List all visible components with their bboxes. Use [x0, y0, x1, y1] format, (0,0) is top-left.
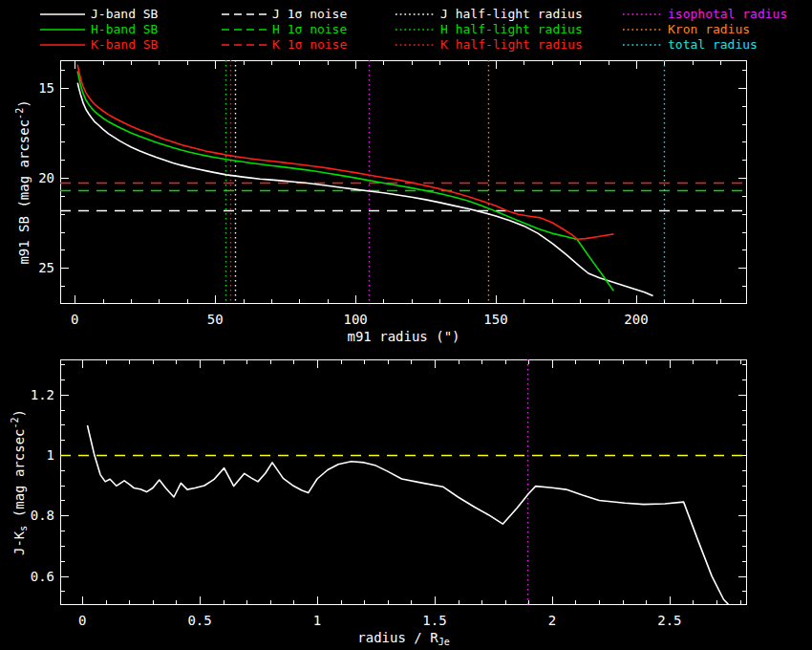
y-axis-label: m91 SB (mag arcsec-2): [14, 99, 32, 264]
reference-lines: [60, 60, 747, 304]
x-tick-label: 1: [313, 613, 321, 628]
y-axis-label: J-Ks (mag arcsec-2): [10, 409, 29, 555]
series-j-band-sb: [77, 83, 652, 296]
y-tick-label: 25: [38, 260, 54, 275]
x-axis-label: m91 radius ("): [347, 329, 459, 344]
series-k-band-sb: [77, 65, 613, 240]
x-tick-label: 1.5: [422, 613, 446, 628]
figure-canvas: J-band SBH-band SBK-band SBJ 1σ noiseH 1…: [0, 0, 812, 650]
x-tick-label: 2: [548, 613, 556, 628]
axis-ticks: [61, 360, 746, 604]
data-series: [77, 65, 652, 296]
plots-svg: 050100150200152025m91 radius (")m91 SB (…: [0, 0, 812, 650]
panel-surface-brightness-profile: 050100150200152025m91 radius (")m91 SB (…: [14, 60, 747, 344]
series-h-band-sb: [77, 72, 613, 292]
y-tick-label: 0.8: [31, 508, 54, 523]
x-tick-label: 150: [483, 312, 507, 327]
axes-frame: [61, 360, 747, 605]
y-tick-label: 15: [38, 80, 54, 96]
x-tick-label: 0: [71, 312, 78, 327]
axes-frame: [61, 61, 747, 304]
x-tick-label: 2.5: [657, 613, 681, 628]
x-tick-label: 200: [624, 312, 648, 327]
x-tick-label: 0: [78, 613, 86, 628]
data-series: [88, 425, 734, 609]
x-tick-label: 100: [343, 312, 367, 327]
series-j-ks-color: [88, 425, 734, 609]
y-tick-label: 1: [47, 447, 54, 463]
y-tick-label: 0.6: [31, 569, 54, 584]
y-tick-label: 20: [38, 170, 54, 185]
reference-lines: [60, 359, 747, 605]
x-tick-label: 50: [207, 312, 224, 327]
x-tick-label: 0.5: [187, 613, 211, 628]
x-axis-label: radius / RJe: [357, 630, 449, 647]
axis-ticks: [61, 61, 746, 303]
y-tick-label: 1.2: [31, 387, 54, 402]
panel-color-profile: 00.511.522.50.60.811.2radius / RJeJ-Ks (…: [10, 359, 747, 647]
